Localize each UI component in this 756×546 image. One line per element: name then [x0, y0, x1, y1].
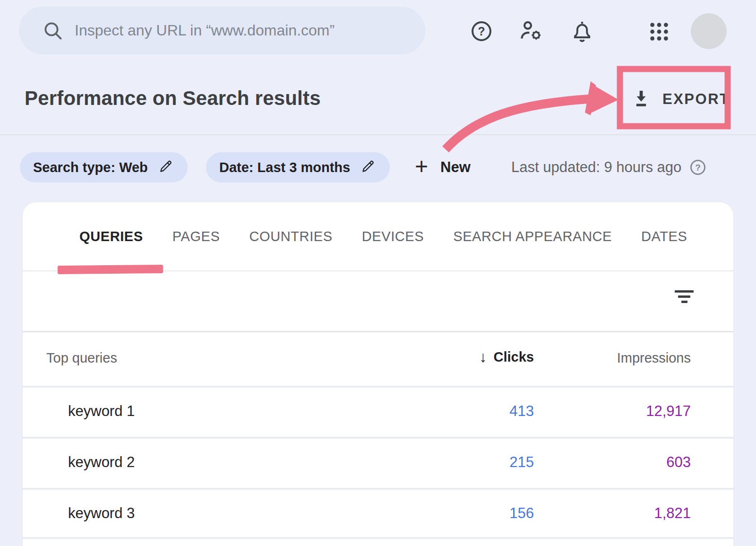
- table-body: keyword 1 413 12,917 keyword 2 215 603 k…: [23, 386, 733, 539]
- help-circle-icon[interactable]: ?: [689, 158, 707, 176]
- query-cell: keyword 2: [68, 454, 135, 471]
- performance-card: QUERIES PAGES COUNTRIES DEVICES SEARCH A…: [23, 202, 733, 546]
- table-row[interactable]: keyword 1 413 12,917: [23, 386, 733, 437]
- clicks-cell: 156: [509, 505, 534, 522]
- impressions-cell: 603: [666, 454, 691, 471]
- edit-pencil-icon: [158, 159, 173, 176]
- url-inspection-searchbar[interactable]: [19, 7, 425, 54]
- last-updated-text: Last updated: 9 hours ago: [511, 159, 681, 176]
- export-label: EXPORT: [662, 91, 730, 108]
- query-cell: keyword 3: [68, 505, 135, 522]
- column-header-queries: Top queries: [46, 350, 117, 366]
- help-icon[interactable]: ?: [470, 19, 493, 43]
- date-filter-chip-label: Date: Last 3 months: [219, 160, 350, 175]
- download-icon: [631, 88, 651, 111]
- dimension-tabs: QUERIES PAGES COUNTRIES DEVICES SEARCH A…: [23, 202, 733, 270]
- tab-countries[interactable]: COUNTRIES: [249, 229, 333, 244]
- new-filter-button[interactable]: + New: [415, 152, 471, 182]
- tab-devices[interactable]: DEVICES: [362, 229, 424, 244]
- column-header-clicks[interactable]: ↓ Clicks: [480, 348, 534, 366]
- apps-grid-icon[interactable]: [648, 21, 670, 43]
- impressions-cell: 1,821: [654, 505, 691, 522]
- header-divider: [0, 134, 756, 135]
- table-toolbar: [23, 271, 733, 331]
- edit-pencil-icon: [361, 159, 376, 176]
- sort-arrow-down-icon: ↓: [480, 348, 487, 366]
- clicks-cell: 413: [509, 403, 534, 420]
- plus-icon: +: [415, 155, 428, 178]
- table-header: Top queries ↓ Clicks Impressions: [23, 332, 733, 386]
- search-type-chip[interactable]: Search type: Web: [20, 152, 188, 182]
- search-input[interactable]: [75, 22, 377, 39]
- search-icon: [42, 19, 64, 42]
- export-button[interactable]: EXPORT: [631, 88, 730, 111]
- topbar: ?: [0, 0, 756, 61]
- svg-text:?: ?: [695, 163, 701, 173]
- table-row[interactable]: keyword 2 215 603: [23, 437, 733, 488]
- tab-pages[interactable]: PAGES: [172, 229, 220, 244]
- filter-rows-icon[interactable]: [675, 287, 694, 306]
- new-filter-label: New: [440, 159, 471, 176]
- last-updated: Last updated: 9 hours ago ?: [511, 152, 707, 182]
- page-title: Performance on Search results: [25, 87, 321, 110]
- date-filter-chip[interactable]: Date: Last 3 months: [206, 152, 390, 182]
- column-header-impressions[interactable]: Impressions: [617, 350, 691, 366]
- impressions-cell: 12,917: [646, 403, 691, 420]
- notifications-icon[interactable]: [570, 19, 594, 43]
- svg-text:?: ?: [478, 25, 485, 38]
- tab-dates[interactable]: DATES: [641, 229, 687, 244]
- tab-queries[interactable]: QUERIES: [79, 229, 143, 244]
- user-settings-icon[interactable]: [518, 18, 544, 44]
- search-type-chip-label: Search type: Web: [33, 160, 148, 175]
- clicks-cell: 215: [509, 454, 534, 471]
- avatar[interactable]: [691, 13, 727, 49]
- table-row[interactable]: keyword 3 156 1,821: [23, 488, 733, 539]
- query-cell: keyword 1: [68, 403, 135, 420]
- tab-search-appearance[interactable]: SEARCH APPEARANCE: [453, 229, 612, 244]
